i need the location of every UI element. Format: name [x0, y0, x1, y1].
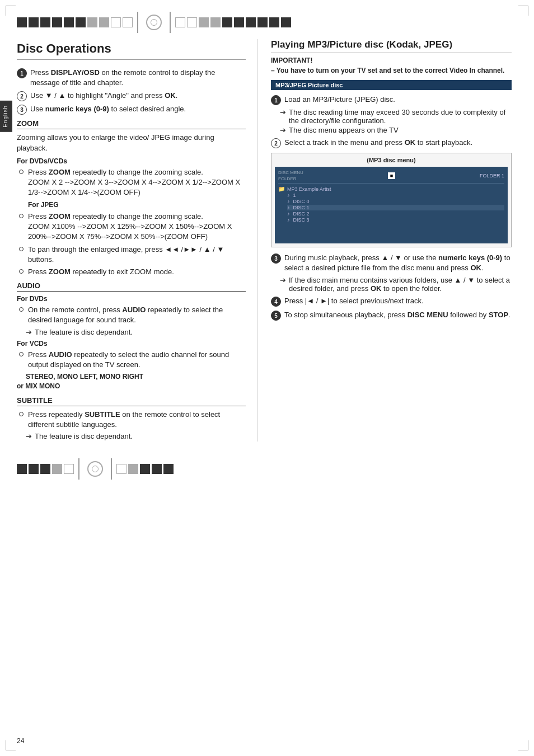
- step-number: 1: [271, 95, 281, 105]
- for-jpeg-label: For JPEG: [17, 200, 246, 210]
- audio-dvd-arrow: ➔ The feature is disc dependant.: [26, 328, 246, 336]
- footer-sq: [163, 464, 174, 474]
- mp3-file-name: DISC 1: [293, 205, 310, 210]
- mp3-menu-title: (MP3 disc menu): [275, 157, 508, 163]
- header-sq: [187, 17, 197, 27]
- arrow-icon: ➔: [26, 328, 32, 336]
- header-sq: [222, 17, 232, 27]
- corner-decoration-tr: [518, 6, 528, 16]
- file-icon: ♪: [287, 205, 290, 210]
- mp3-step-2: 2 Select a track in the menu and press O…: [271, 138, 512, 148]
- page-title: Disc Operations: [17, 39, 246, 60]
- header-sq: [29, 17, 39, 27]
- header-sq: [40, 17, 50, 27]
- zoom-dvd-item-1: Press ZOOM repeatedly to change the zoom…: [17, 167, 246, 198]
- zoom-dvd-text-1: Press ZOOM repeatedly to change the zoom…: [28, 167, 246, 198]
- zoom-section-heading: ZOOM: [17, 119, 246, 129]
- footer-sq: [52, 464, 62, 474]
- header-sq: [123, 17, 133, 27]
- mp3-step-1-text: Load an MP3/Picture (JPEG) disc.: [284, 95, 512, 105]
- bullet-icon: [19, 412, 24, 416]
- mp3-file-3: ♪ DISC 2: [287, 211, 504, 217]
- zoom-jpeg-item: Press ZOOM repeatedly to change the zoom…: [17, 212, 246, 242]
- subtitle-text: Press repeatedly SUBTITLE on the remote …: [28, 410, 246, 430]
- mp3-file-name: DISC 3: [293, 217, 310, 223]
- header-sq: [199, 17, 209, 27]
- bullet-icon: [19, 307, 24, 312]
- folder-label-small: FOLDER: [278, 176, 303, 181]
- corner-decoration-bl: [6, 740, 16, 750]
- mp3-step-2-text: Select a track in the menu and press OK …: [284, 138, 512, 148]
- step-number: 4: [271, 297, 281, 307]
- audio-section-heading: AUDIO: [17, 281, 246, 292]
- footer-sq: [116, 464, 127, 474]
- footer-area: [0, 453, 534, 485]
- footer-sq: [17, 464, 27, 474]
- intro-item-3: 3 Use numeric keys (0-9) to select desir…: [17, 104, 246, 115]
- mp3-file-2: ♪ DISC 1: [287, 205, 504, 210]
- mp3-file-name: DISC 2: [293, 211, 310, 217]
- mp3-step-4-text: Press |◄ / ►| to select previous/next tr…: [284, 296, 512, 306]
- file-icon: ♪: [287, 211, 290, 217]
- header-sq: [234, 17, 244, 27]
- footer-divider: [78, 458, 79, 480]
- header-sq: [64, 17, 74, 27]
- bullet-icon: [19, 352, 24, 356]
- mp3-step-1-arrow-2: ➔ The disc menu appears on the TV: [280, 126, 512, 134]
- audio-vcd-heading: For VCDs: [17, 340, 246, 348]
- mp3-badge: ■: [388, 172, 395, 179]
- header-sq: [269, 17, 279, 27]
- mp3-file-name: DISC 0: [293, 199, 310, 204]
- header-sq: [76, 17, 86, 27]
- mp3-step-3-arrow: ➔ If the disc main menu contains various…: [280, 276, 512, 293]
- important-box: IMPORTANT! – You have to turn on your TV…: [271, 57, 512, 76]
- step-number-1: 1: [17, 68, 27, 78]
- step-number-2: 2: [17, 91, 27, 101]
- page-number: 24: [17, 737, 24, 745]
- mp3-section-label: MP3/JPEG Picture disc: [271, 80, 512, 90]
- step-number: 5: [271, 311, 281, 321]
- zoom-intro: Zooming allows you to enlarge the video/…: [17, 133, 246, 154]
- subtitle-section-heading: SUBTITLE: [17, 396, 246, 406]
- zoom-pan-item: To pan through the enlarged image, press…: [17, 245, 246, 265]
- header-circle-inner: [151, 19, 157, 26]
- intro-text-2: Use ▼ / ▲ to highlight "Angle" and press…: [30, 91, 246, 101]
- mp3-file-1: ♪ DISC 0: [287, 199, 504, 204]
- intro-item-2: 2 Use ▼ / ▲ to highlight "Angle" and pre…: [17, 91, 246, 101]
- header-sq: [175, 17, 185, 27]
- zoom-exit-item: Press ZOOM repeatedly to exit ZOOM mode.: [17, 267, 246, 277]
- stereo-line: STEREO, MONO LEFT, MONO RIGHTor MIX MONO: [17, 372, 246, 392]
- bullet-icon: [19, 269, 24, 274]
- header-sq: [99, 17, 109, 27]
- header-sq: [17, 17, 27, 27]
- file-icon: ♪: [287, 192, 290, 198]
- header-bar: [0, 11, 534, 34]
- mp3-menu-box: (MP3 disc menu) DISC MENU FOLDER ■ FOLDE…: [271, 153, 512, 247]
- step-number-3: 3: [17, 105, 27, 115]
- header-sq: [111, 17, 121, 27]
- important-text: – You have to turn on your TV set and se…: [271, 65, 512, 76]
- mp3-folder-name: MP3 Example Artist: [287, 186, 331, 192]
- mp3-file-0: ♪ 1: [287, 192, 504, 198]
- important-label: IMPORTANT!: [271, 57, 512, 64]
- corner-decoration-br: [518, 740, 528, 750]
- step-number: 2: [271, 138, 281, 148]
- folder-icon: 📁: [278, 186, 285, 192]
- mp3-folder-item: 📁 MP3 Example Artist: [278, 186, 504, 192]
- header-sq: [87, 17, 97, 27]
- mp3-screen-labels: DISC MENU FOLDER: [278, 170, 303, 181]
- corner-decoration-tl: [6, 6, 16, 16]
- file-icon: ♪: [287, 217, 290, 223]
- right-column: Playing MP3/Picture disc (Kodak, JPEG) I…: [257, 39, 512, 442]
- audio-dvd-arrow-text: The feature is disc dependant.: [35, 328, 133, 336]
- subtitle-arrow: ➔ The feature is disc dependant.: [26, 432, 246, 440]
- arrow-icon: ➔: [280, 108, 286, 116]
- language-tab: English: [0, 101, 12, 132]
- footer-sq: [128, 464, 138, 474]
- audio-vcd-text: Press AUDIO repeatedly to select the aud…: [28, 350, 246, 370]
- mp3-step-5-text: To stop simultaneous playback, press DIS…: [284, 310, 512, 320]
- mp3-screen-header: DISC MENU FOLDER ■ FOLDER 1: [278, 170, 504, 184]
- main-content: Disc Operations 1 Press DISPLAY/OSD on t…: [0, 39, 534, 442]
- file-icon: ♪: [287, 199, 290, 204]
- step-number: 3: [271, 253, 281, 264]
